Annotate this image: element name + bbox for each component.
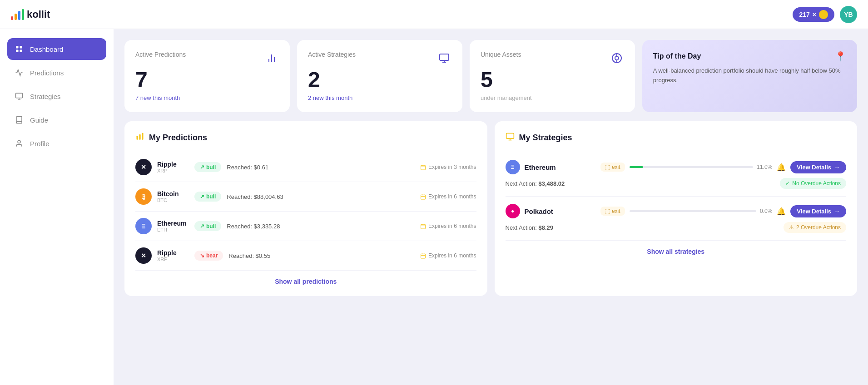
stat-value-assets: 5 xyxy=(481,69,624,91)
table-row: ✕ Ripple XRP ↗bull Reached: $0.61 Expire… xyxy=(135,153,476,182)
sidebar: Dashboard Predictions Strategies xyxy=(0,29,114,385)
stat-sub-strategies: 2 new this month xyxy=(308,94,451,101)
stat-label-assets: Unique Assets xyxy=(481,51,521,58)
table-row: ✕ Ripple XRP ↘bear Reached: $0.55 Expire… xyxy=(135,241,476,271)
tip-card: Tip of the Day 📍 A well-balanced predict… xyxy=(642,40,857,112)
svg-point-15 xyxy=(615,56,619,60)
progress-bar-bg xyxy=(630,210,756,212)
progress-bar-bg xyxy=(630,166,754,168)
assets-stat-icon xyxy=(610,51,624,65)
strategy-avatar-dot: ● xyxy=(506,204,520,218)
tip-icon: 📍 xyxy=(835,51,846,62)
no-overdue-badge: ✓ No Overdue Actions xyxy=(780,178,846,189)
bear-badge: ↘bear xyxy=(194,251,223,261)
strategies-card: My Strategies Ξ Ethereum ⬚ exit xyxy=(495,121,858,296)
header: kollit 217 × YB xyxy=(0,0,868,29)
svg-point-7 xyxy=(18,140,20,143)
main-layout: Dashboard Predictions Strategies xyxy=(0,29,868,385)
header-right: 217 × YB xyxy=(793,6,857,23)
view-details-btn-dot[interactable]: View Details → xyxy=(790,205,846,217)
strategies-card-title: My Strategies xyxy=(506,132,847,143)
next-action-eth: Next Action: $3,488.02 xyxy=(506,180,565,187)
expires: Expires in 6 months xyxy=(420,223,476,229)
svg-rect-19 xyxy=(139,134,140,140)
sidebar-item-guide[interactable]: Guide xyxy=(7,109,106,131)
stat-card-predictions: Active Predictions 7 7 new this month xyxy=(124,40,290,112)
bull-badge: ↗bull xyxy=(194,162,221,172)
svg-rect-37 xyxy=(506,133,514,139)
svg-rect-1 xyxy=(20,46,22,48)
view-details-btn-eth[interactable]: View Details → xyxy=(790,161,846,173)
bottom-row: My Predictions ✕ Ripple XRP ↗bull Reache… xyxy=(124,121,857,296)
expires: Expires in 3 months xyxy=(420,164,476,170)
sidebar-item-dashboard[interactable]: Dashboard xyxy=(7,38,106,60)
show-all-predictions[interactable]: Show all predictions xyxy=(135,278,476,285)
svg-rect-21 xyxy=(421,165,426,170)
show-all-strategies[interactable]: Show all strategies xyxy=(506,248,847,255)
table-row: ₿ Bitcoin BTC ↗bull Reached: $88,004.63 … xyxy=(135,182,476,212)
predictions-card: My Predictions ✕ Ripple XRP ↗bull Reache… xyxy=(124,121,487,296)
strategies-title-icon xyxy=(506,132,515,143)
stat-sub-predictions: 7 new this month xyxy=(135,94,279,101)
svg-rect-33 xyxy=(421,254,426,258)
strategy-avatar-eth: Ξ xyxy=(506,160,520,174)
stats-row: Active Predictions 7 7 new this month Ac… xyxy=(124,40,857,112)
predictions-title-icon xyxy=(135,132,144,143)
tip-text: A well-balanced prediction portfolio sho… xyxy=(653,66,846,85)
predictions-card-title: My Predictions xyxy=(135,132,476,143)
svg-rect-4 xyxy=(16,93,23,98)
stat-card-strategies: Active Strategies 2 2 new this month xyxy=(297,40,462,112)
bell-icon-dot: 🔔 xyxy=(777,207,786,216)
stat-label-predictions: Active Predictions xyxy=(135,51,186,58)
stat-card-assets: Unique Assets 5 under management xyxy=(470,40,635,112)
tip-title: Tip of the Day xyxy=(653,52,701,60)
svg-rect-2 xyxy=(16,50,18,52)
stat-value-strategies: 2 xyxy=(308,69,451,91)
coin-avatar-xrp2: ✕ xyxy=(135,247,152,264)
strategies-icon xyxy=(15,92,24,101)
progress-bar-fill xyxy=(630,166,643,168)
bull-badge: ↗bull xyxy=(194,221,221,231)
bull-badge: ↗bull xyxy=(194,192,221,202)
svg-rect-20 xyxy=(142,133,143,140)
svg-rect-0 xyxy=(16,46,18,48)
svg-rect-29 xyxy=(421,224,426,229)
predictions-icon xyxy=(15,68,24,77)
logo[interactable]: kollit xyxy=(11,9,50,20)
points-badge[interactable]: 217 × xyxy=(793,7,834,22)
guide-icon xyxy=(15,115,24,124)
stat-sub-assets: under management xyxy=(481,94,624,101)
avatar[interactable]: YB xyxy=(840,6,857,23)
strategies-stat-icon xyxy=(437,51,451,65)
main-content: Active Predictions 7 7 new this month Ac… xyxy=(114,29,868,385)
coin-avatar-eth: Ξ xyxy=(135,218,152,234)
dashboard-icon xyxy=(15,44,24,54)
overdue-badge: ⚠ 2 Overdue Actions xyxy=(784,222,846,233)
bell-icon-eth: 🔔 xyxy=(777,163,786,172)
svg-rect-11 xyxy=(440,54,449,60)
exit-badge-eth: ⬚ exit xyxy=(600,163,625,172)
stat-value-predictions: 7 xyxy=(135,69,279,91)
sidebar-item-predictions[interactable]: Predictions xyxy=(7,62,106,84)
expires: Expires in 6 months xyxy=(420,193,476,200)
logo-icon xyxy=(11,9,24,20)
coin-avatar-btc: ₿ xyxy=(135,188,152,205)
predictions-stat-icon xyxy=(264,51,279,65)
profile-icon xyxy=(15,139,24,148)
stat-label-strategies: Active Strategies xyxy=(308,51,356,58)
next-action-dot: Next Action: $8.29 xyxy=(506,224,554,231)
exit-badge-dot: ⬚ exit xyxy=(600,207,625,216)
sidebar-item-strategies[interactable]: Strategies xyxy=(7,85,106,107)
table-row: Ξ Ethereum ETH ↗bull Reached: $3,335.28 … xyxy=(135,212,476,241)
svg-rect-3 xyxy=(20,50,22,52)
strategy-row-ethereum: Ξ Ethereum ⬚ exit 11.0% 🔔 xyxy=(506,153,847,197)
svg-rect-18 xyxy=(137,136,138,139)
svg-rect-25 xyxy=(421,195,426,199)
coin-avatar-xrp: ✕ xyxy=(135,159,152,175)
coin-icon xyxy=(819,10,828,19)
sidebar-item-profile[interactable]: Profile xyxy=(7,133,106,154)
strategy-row-polkadot: ● Polkadot ⬚ exit 0.0% 🔔 xyxy=(506,197,847,241)
expires: Expires in 6 months xyxy=(420,252,476,259)
